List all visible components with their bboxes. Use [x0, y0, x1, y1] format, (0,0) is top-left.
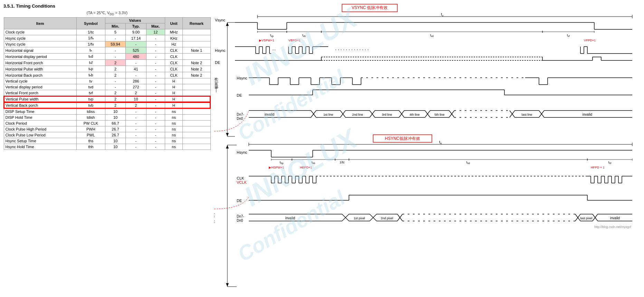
invalid-right-label: invalid [583, 113, 592, 116]
3rd-line-label: 3rd line [382, 113, 392, 116]
col-min: Min. [105, 23, 125, 29]
website-text: http://blog.csdn.net/myxgcf [594, 225, 632, 229]
right-panel: VSYNC 低脉冲有效 Vsync tv [211, 3, 643, 295]
vbpd-label: VBPD+1 [288, 39, 301, 42]
hspw-label: ▶HSPW+1 [269, 166, 284, 169]
svg-text:···: ··· [272, 47, 276, 52]
de-signal-label-top: DE [215, 60, 220, 65]
clk-vclk-label: CLK [237, 176, 244, 180]
de-expanded-label: DE [237, 93, 242, 97]
thp-label: thp [280, 161, 283, 165]
hsync-expanded-label: Hsync [237, 76, 247, 80]
thd-label: thd [466, 161, 470, 164]
last-line-label: last line [522, 113, 532, 116]
col-symbol: Symbol [76, 18, 105, 29]
tvb-arrow-label: tvb [302, 33, 306, 37]
2nd-line-label: 2nd line [352, 113, 363, 116]
left-panel: 3.5.1. Timing Conditions (TA = 25℃, VDD … [3, 3, 211, 295]
col-item: Item [4, 18, 76, 29]
svg-marker-71 [226, 22, 229, 26]
timing-table: Item Symbol Values Unit Remark Min. Typ.… [3, 17, 211, 150]
1st-pixel-label: 1st pixel [353, 217, 365, 220]
section-title: 3.5.1. Timing Conditions [3, 3, 211, 9]
vfpd-label: VFPD+1 [584, 39, 596, 42]
data-lines-line-label: Dn7- [237, 214, 244, 218]
2nd-pixel-label: 2nd pixel [381, 217, 393, 220]
vspw-label: ▶VSPW+1 [259, 39, 274, 42]
data-lines-label2: Dn0 [237, 117, 243, 121]
col-typ: Typ. [126, 23, 146, 29]
svg-marker-217 [226, 283, 229, 287]
subtitle: (TA = 25℃, VDD = 3.3V) [3, 11, 211, 16]
data-lines-label: Dn7- [237, 113, 244, 116]
invalid-left-label: invalid [265, 113, 274, 116]
hfpd-label: HFPD + 1 [591, 166, 605, 169]
thb-label: thb [312, 161, 315, 164]
col-max: Max. [146, 23, 165, 29]
svg-marker-72 [226, 133, 229, 136]
4th-line-label: 4th line [409, 113, 419, 116]
main-page: 3.5.1. Timing Conditions (TA = 25℃, VDD … [0, 0, 644, 297]
timing-diagram-svg: VSYNC 低脉冲有效 Vsync tv [214, 3, 643, 294]
col-remark: Remark [183, 18, 210, 29]
tvd-arrow-label: tvd [430, 33, 434, 37]
1st-line-label: 1st line [323, 113, 333, 116]
thf-label: thf [608, 161, 611, 164]
tvp-arrow-label: tvp [270, 33, 274, 38]
col-values: Values [105, 18, 165, 23]
vclk-label: VCLK [237, 180, 247, 184]
data-lines-line-label2: Dn0 [237, 219, 243, 222]
hbpd-label: HBPD+1 [300, 166, 312, 169]
hsync-line-label: Hsync [237, 150, 247, 154]
frame-seq-label: 一帧时序 [214, 77, 218, 93]
tvf-arrow-label: tvf [567, 33, 570, 37]
hsync-signal-label-top: Hsync [215, 48, 226, 52]
line-seq-label: 一行时序 [214, 212, 215, 227]
invalid-right-line-label: invalid [610, 216, 620, 220]
vsync-signal-label: Vsync [215, 18, 225, 22]
vsync-label: VSYNC 低脉冲有效 [352, 5, 388, 10]
5th-line-label: 5th line [434, 113, 444, 116]
de-line-label: DE [237, 199, 242, 203]
svg-text:· · · · · · · · · · · · ·: · · · · · · · · · · · · · [335, 47, 369, 52]
invalid-left-line-label: invalid [285, 216, 295, 220]
hsync-label: HSYNC低脉冲有效 [385, 136, 420, 141]
col-unit: Unit [165, 18, 182, 29]
one-tc-label: 1/tc [340, 161, 345, 164]
svg-marker-216 [226, 145, 229, 148]
last-pixel-label: last pixel [580, 217, 592, 220]
